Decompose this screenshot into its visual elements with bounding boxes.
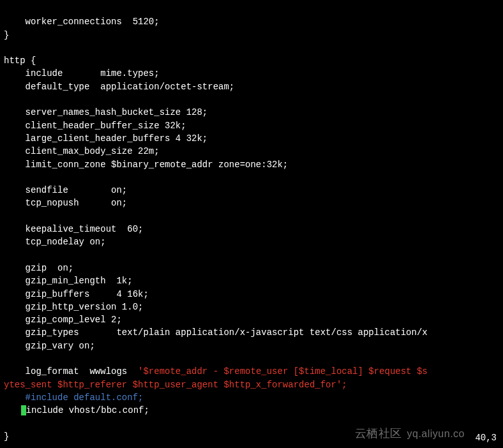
log-format-string-cont: ytes_sent $http_referer $http_user_agent… xyxy=(4,380,347,390)
config-line: client_header_buffer_size 32k; xyxy=(4,121,186,131)
config-line: gzip_buffers 4 16k; xyxy=(4,289,149,299)
config-line: gzip_min_length 1k; xyxy=(4,276,133,286)
config-line: client_max_body_size 22m; xyxy=(4,146,160,156)
config-line: limit_conn_zone $binary_remote_addr zone… xyxy=(4,160,288,170)
config-line: tcp_nopush on; xyxy=(4,198,127,208)
config-line: large_client_header_buffers 4 32k; xyxy=(4,133,207,144)
config-line: default_type application/octet-stream; xyxy=(4,82,234,92)
config-line: http { xyxy=(4,56,36,66)
log-format-directive: log_format wwwlogs xyxy=(4,366,138,377)
comment-line: #include default.conf; xyxy=(4,392,143,403)
config-line: gzip_types text/plain application/x-java… xyxy=(4,327,428,338)
config-line: include mime.types; xyxy=(4,68,160,78)
config-line: log_format wwwlogs '$remote_addr - $remo… xyxy=(4,366,428,377)
include-vhost: include vhost/bbc.conf; xyxy=(26,405,149,415)
config-line: gzip_http_version 1.0; xyxy=(4,302,143,312)
config-line: server_names_hash_bucket_size 128; xyxy=(4,107,207,117)
config-line: include vhost/bbc.conf; xyxy=(4,405,149,415)
config-line: } xyxy=(4,431,9,442)
config-line: gzip on; xyxy=(4,263,73,273)
config-line: gzip_vary on; xyxy=(4,341,95,351)
cursor xyxy=(21,405,26,415)
config-line: sendfile on; xyxy=(4,185,127,195)
config-line: worker_connections 5120; xyxy=(4,17,160,27)
config-line: gzip_comp_level 2; xyxy=(4,315,122,325)
config-line: keepalive_timeout 60; xyxy=(4,224,143,234)
config-line: } xyxy=(4,30,9,40)
log-format-string: '$remote_addr - $remote_user [$time_loca… xyxy=(138,366,428,377)
terminal-editor[interactable]: worker_connections 5120; } http { includ… xyxy=(0,0,503,443)
cursor-position-status: 40,3 xyxy=(475,431,497,444)
config-line: tcp_nodelay on; xyxy=(4,237,106,247)
